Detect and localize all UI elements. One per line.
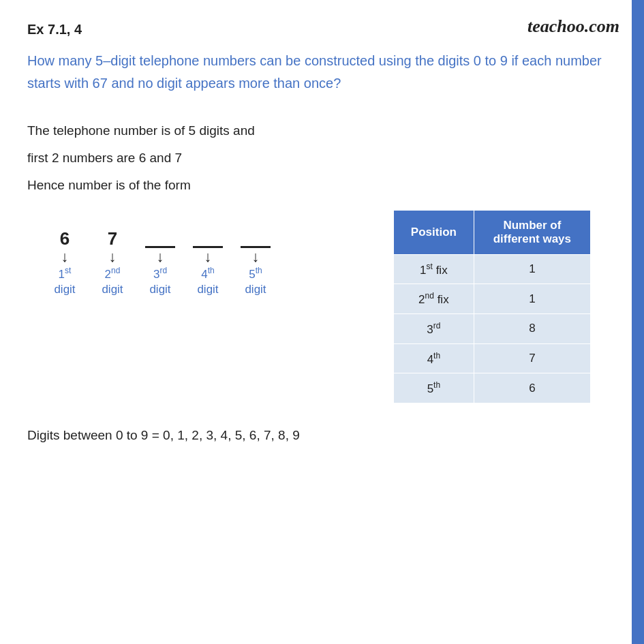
table-row: 4th 7: [394, 343, 591, 373]
table-cell-pos-3: 3rd: [394, 313, 474, 343]
digit-word-4: digit: [197, 283, 218, 296]
right-section: Position Number ofdifferent ways 1st fix…: [393, 210, 611, 403]
digit-value-2: 7: [108, 229, 117, 249]
table-cell-pos-5: 5th: [394, 373, 474, 403]
table-header-ways: Number ofdifferent ways: [474, 210, 590, 254]
arrow-3: ↓: [157, 249, 164, 264]
ex-label: Ex 7.1, 4: [27, 22, 611, 37]
arrow-1: ↓: [61, 249, 69, 264]
table-cell-ways-1: 1: [474, 254, 590, 284]
arrow-5: ↓: [252, 249, 260, 264]
digit-word-3: digit: [149, 283, 170, 296]
ord-label-3: 3rd: [153, 266, 167, 281]
body-line1: The telephone number is of 5 digits and: [27, 119, 611, 142]
ord-label-5: 5th: [249, 266, 262, 281]
table-row: 1st fix 1: [394, 254, 591, 284]
ord-label-2: 2nd: [105, 266, 121, 281]
ord-label-1: 1st: [59, 266, 72, 281]
page: teachoo.com Ex 7.1, 4 How many 5–digit t…: [0, 0, 644, 644]
digit-word-5: digit: [245, 283, 266, 296]
main-content: 6 7: [27, 210, 611, 403]
arrow-4: ↓: [204, 249, 212, 264]
digit-value-1: 6: [60, 229, 70, 249]
table-cell-pos-4: 4th: [394, 343, 474, 373]
table-cell-pos-1: 1st fix: [394, 254, 474, 284]
table-row: 2nd fix 1: [394, 284, 591, 314]
digit-word-1: digit: [54, 283, 75, 296]
digit-diagram: 6 7: [41, 229, 366, 296]
body-line3: Hence number is of the form: [27, 174, 611, 197]
body-line2: first 2 numbers are 6 and 7: [27, 147, 611, 170]
table-header-position: Position: [394, 210, 474, 254]
ord-label-4: 4th: [201, 266, 214, 281]
question-text: How many 5–digit telephone numbers can b…: [27, 50, 611, 95]
left-section: 6 7: [27, 210, 366, 296]
digit-word-2: digit: [102, 283, 123, 296]
table-row: 3rd 8: [394, 313, 591, 343]
right-bar-decoration: [632, 0, 644, 644]
table-cell-ways-4: 7: [474, 343, 590, 373]
table-cell-ways-3: 8: [474, 313, 590, 343]
table-row: 5th 6: [394, 373, 591, 403]
teachoo-logo: teachoo.com: [527, 16, 619, 37]
position-table: Position Number ofdifferent ways 1st fix…: [393, 210, 591, 403]
table-cell-pos-2: 2nd fix: [394, 284, 474, 314]
bottom-text: Digits between 0 to 9 = 0, 1, 2, 3, 4, 5…: [27, 428, 611, 443]
table-cell-ways-2: 1: [474, 284, 590, 314]
arrow-2: ↓: [109, 249, 117, 264]
table-cell-ways-5: 6: [474, 373, 590, 403]
